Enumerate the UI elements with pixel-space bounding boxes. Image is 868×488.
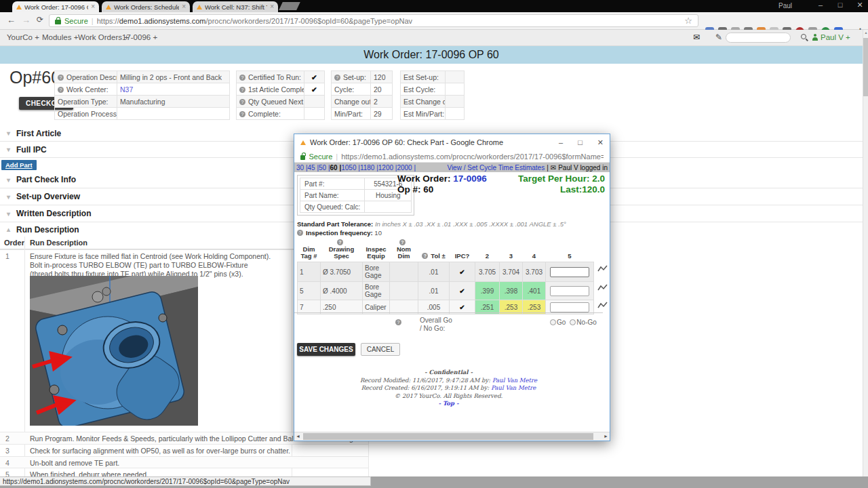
back-button[interactable]: ← — [7, 15, 16, 25]
measurement-input[interactable] — [550, 286, 589, 296]
search-icon[interactable] — [801, 34, 806, 39]
sparkline-icon[interactable] — [597, 284, 608, 291]
logged-in-label: Paul V logged in — [558, 164, 608, 171]
est-changeout-value — [446, 96, 465, 108]
help-icon[interactable] — [239, 111, 245, 117]
browser-tab-active[interactable]: Work Order: 17-0096 OP × — [12, 1, 99, 12]
run-step-row[interactable]: 5 When finished, deburr where needed. — [0, 468, 368, 476]
top-link[interactable]: - Top - — [294, 400, 603, 408]
nav-work-orders[interactable]: Work Orders + — [78, 33, 129, 41]
browser-tab[interactable]: Work Cell: N37: Shift Tie × — [193, 1, 278, 12]
page-scrollbar[interactable]: ▲ — [863, 30, 868, 476]
cycle-time-link[interactable]: View / Set Cycle Time Estimates — [447, 164, 545, 171]
scrollbar-thumb[interactable] — [863, 38, 868, 96]
window-minimize-button[interactable]: – — [816, 1, 825, 9]
op-status-table: Certified To Run:✔ 1st Article Complete:… — [236, 70, 325, 120]
browser-tab[interactable]: Work Orders: Scheduled × — [102, 1, 190, 12]
scroll-right-icon[interactable]: ► — [604, 434, 608, 439]
work-center-link[interactable]: N37 — [117, 83, 230, 96]
popup-op-nav: 30 45 50 60 1050 1180 1200 2000 View / S… — [294, 163, 610, 172]
popup-maximize-button[interactable]: □ — [578, 138, 583, 147]
url-scheme: https:// — [97, 17, 119, 25]
bookmark-star-icon[interactable]: ☆ — [684, 16, 692, 26]
created-by-link[interactable]: Paul Van Metre — [491, 384, 536, 391]
help-icon[interactable] — [239, 75, 245, 81]
popup-close-button[interactable]: ✕ — [597, 138, 604, 147]
scroll-left-icon[interactable]: ◄ — [296, 434, 300, 439]
run-step-order: 4 — [5, 459, 9, 467]
scroll-up-icon[interactable]: ▲ — [863, 30, 868, 35]
window-close-button[interactable]: ✕ — [856, 1, 864, 9]
measurement-input[interactable] — [550, 302, 589, 312]
inspection-row: 1 Ø 3.7050 Bore Gage .01 ✔ 3.705 3.704 3… — [298, 262, 594, 282]
site-nav: YourCo + Modules + Work Orders + 17-0096… — [0, 30, 868, 46]
popup-titlebar[interactable]: Work Order: 17-0096 OP 60: Check Part - … — [294, 134, 610, 150]
modified-by-link[interactable]: Paul Van Metre — [492, 377, 537, 384]
help-icon[interactable] — [58, 75, 64, 81]
confidential-label: - Confidential - — [294, 369, 603, 377]
help-icon[interactable] — [399, 239, 406, 245]
op-link[interactable]: 1200 — [378, 164, 397, 171]
add-part-button[interactable]: Add Part — [1, 160, 37, 170]
new-tab-button[interactable] — [279, 2, 300, 10]
help-icon[interactable] — [58, 87, 64, 93]
popup-minimize-button[interactable]: – — [559, 138, 563, 147]
window-maximize-button[interactable]: □ — [836, 1, 844, 9]
browser-toolbar: ← → ⟳ Secure | https://demo1.adionsystem… — [0, 12, 868, 30]
popup-horizontal-scrollbar[interactable]: ◄ ► — [294, 432, 610, 441]
measurement-pass: .398 — [500, 282, 523, 300]
help-icon[interactable] — [334, 75, 340, 81]
go-radio[interactable] — [550, 319, 556, 325]
measurement: 3.703 — [523, 262, 546, 282]
help-icon[interactable] — [297, 230, 303, 236]
col-drawing-spec: Drawing Spec — [321, 239, 363, 262]
help-icon[interactable] — [395, 319, 401, 325]
run-step-text: Check for surfacing alignment with OP50,… — [30, 447, 365, 455]
sparkline-icon[interactable] — [597, 265, 608, 272]
messages-envelope-icon[interactable]: ✉ — [693, 33, 700, 42]
tab-close-icon[interactable]: × — [91, 3, 95, 10]
edit-pencil-icon[interactable]: ✎ — [715, 33, 722, 42]
op-link[interactable]: 2000 — [397, 164, 416, 171]
address-bar[interactable]: Secure | https://demo1.adionsystems.com/… — [49, 14, 698, 27]
complete-check — [304, 108, 325, 120]
save-changes-button[interactable]: SAVE CHANGES — [297, 343, 355, 356]
scrollbar-thumb[interactable] — [303, 433, 593, 440]
popup-content: Part #:554321-6 Part Name:Housing Qty Qu… — [294, 172, 610, 432]
popup-title: Work Order: 17-0096 OP 60: Check Part - … — [310, 138, 555, 146]
refresh-button[interactable]: ⟳ — [37, 15, 43, 24]
help-icon[interactable] — [239, 99, 245, 105]
op-link[interactable]: 45 — [308, 164, 319, 171]
help-icon[interactable] — [337, 239, 343, 245]
help-icon[interactable] — [239, 87, 245, 93]
col-nom-dim: Nom Dim — [390, 239, 418, 262]
cancel-button[interactable]: CANCEL — [361, 343, 400, 356]
measurement-input[interactable] — [550, 267, 589, 277]
measurement: 3.705 — [475, 262, 500, 282]
screen: Work Order: 17-0096 OP × Work Orders: Sc… — [0, 0, 868, 488]
nav-yourco[interactable]: YourCo + — [7, 33, 39, 41]
run-step-row[interactable]: 4 Un-bolt and remove TE part. — [0, 456, 368, 468]
op-link[interactable]: 1050 — [341, 164, 360, 171]
nogo-radio[interactable] — [570, 319, 576, 325]
work-order-link[interactable]: 17-0096 — [453, 174, 487, 184]
op-link[interactable]: 1180 — [360, 164, 378, 171]
inspec-equip: Bore Gage — [363, 262, 390, 282]
col-order: Order — [4, 239, 24, 247]
op-link[interactable]: 50 — [319, 164, 330, 171]
nav-work-order-number[interactable]: 17-0096 + — [122, 33, 157, 41]
help-icon[interactable] — [422, 253, 428, 259]
quick-search-input[interactable] — [726, 33, 791, 43]
secure-lock-icon — [55, 20, 61, 24]
user-menu[interactable]: Paul V + — [821, 33, 850, 41]
operation-description-value: Milling in 2 ops - Front and Back — [117, 71, 230, 83]
run-step-row[interactable]: 3 Check for surfacing alignment with OP5… — [0, 444, 368, 456]
est-cycle-value — [446, 83, 465, 96]
op-link[interactable]: 30 — [296, 164, 308, 171]
nav-modules[interactable]: Modules + — [42, 33, 78, 41]
forward-button[interactable]: → — [22, 15, 31, 25]
sparkline-icon[interactable] — [597, 302, 608, 309]
ipc-check: ✔ — [450, 262, 475, 282]
tab-close-icon[interactable]: × — [182, 3, 186, 10]
tab-close-icon[interactable]: × — [270, 3, 274, 10]
